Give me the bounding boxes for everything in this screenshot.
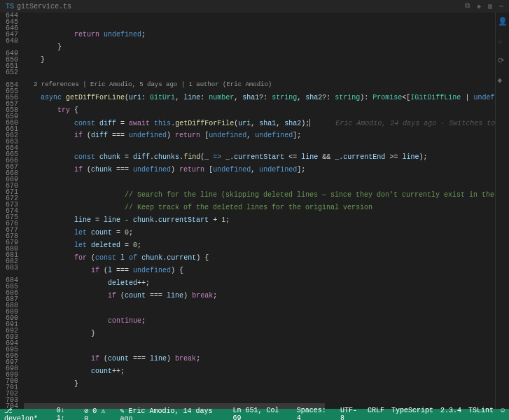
file-ts-icon: TS (6, 3, 14, 10)
editor-actions: ⧉ ◈ ▥ ⋯ (465, 2, 503, 10)
indentation[interactable]: Spaces: 4 (297, 407, 333, 421)
codelens[interactable]: 2 references | Eric Amodio, 5 days ago |… (24, 82, 495, 88)
editor-tab-bar: TS gitService.ts ⧉ ◈ ▥ ⋯ (0, 0, 509, 13)
code-area[interactable]: return undefined; } } 2 references | Eri… (24, 13, 509, 409)
language-mode[interactable]: TypeScript (391, 407, 433, 421)
version[interactable]: 2.3.4 (440, 407, 461, 421)
editor[interactable]: 644 645 646 647 648 649 650 651 652 654 … (0, 13, 509, 409)
problems-indicator[interactable]: ⊘ 0 ⚠ 0 (84, 407, 113, 421)
compare-icon[interactable]: ⧉ (465, 2, 470, 10)
sync-indicator[interactable]: 0↓ 1↑ (57, 407, 77, 420)
status-bar: ⎇ develop* 0↓ 1↑ ⊘ 0 ⚠ 0 ✎ Eric Amodio, … (0, 409, 509, 420)
encoding[interactable]: UTF-8 (340, 407, 361, 421)
bookmark-icon[interactable]: ☆ (498, 36, 508, 46)
gitlens-icon[interactable]: ◆ (498, 76, 508, 85)
diff-icon[interactable]: ◈ (477, 2, 481, 10)
more-icon[interactable]: ⋯ (499, 2, 503, 10)
history-icon[interactable]: ⟳ (498, 56, 508, 66)
eol[interactable]: CRLF (368, 407, 384, 421)
feedback-icon[interactable]: ☺ (501, 407, 505, 421)
editor-tab-title[interactable]: gitService.ts (17, 3, 71, 10)
user-icon[interactable]: 👤 (498, 17, 508, 27)
right-icon-rail: 👤 ☆ ⟳ ◆ (495, 13, 509, 409)
blame-status[interactable]: ✎ Eric Amodio, 14 days ago (120, 407, 225, 421)
tslint-status[interactable]: TSLint (468, 407, 494, 421)
cursor-position[interactable]: Ln 651, Col 69 (232, 407, 289, 421)
split-icon[interactable]: ▥ (488, 2, 492, 10)
branch-indicator[interactable]: ⎇ develop* (4, 407, 50, 421)
line-number-gutter: 644 645 646 647 648 649 650 651 652 654 … (0, 13, 24, 409)
inline-blame: Eric Amodio, 24 days ago · Switches to o… (335, 120, 509, 127)
